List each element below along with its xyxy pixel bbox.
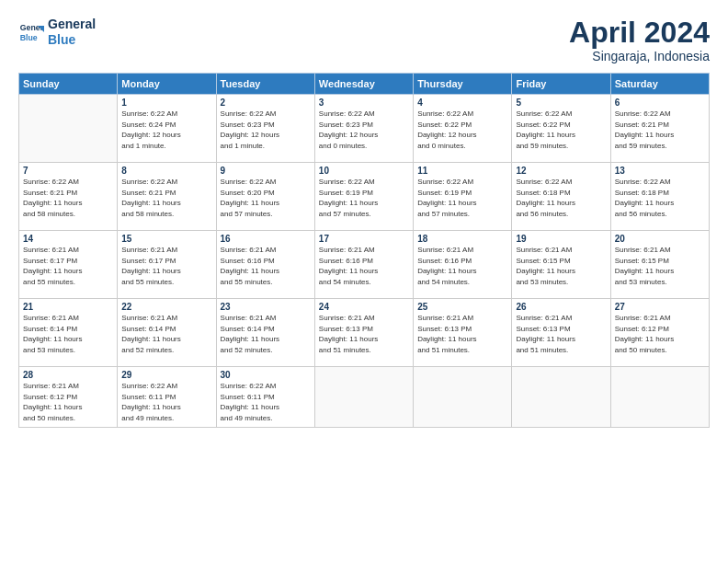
day-number: 19 [516,234,606,244]
day-number: 2 [221,98,311,108]
calendar-cell: 9Sunrise: 6:22 AM Sunset: 6:20 PM Daylig… [216,163,314,231]
day-number: 6 [615,98,705,108]
logo-text-general: General [48,17,96,32]
col-friday: Friday [512,74,610,95]
logo: General Blue General Blue [18,17,96,48]
header-row: Sunday Monday Tuesday Wednesday Thursday… [19,74,710,95]
calendar-cell: 8Sunrise: 6:22 AM Sunset: 6:21 PM Daylig… [118,163,216,231]
day-info: Sunrise: 6:21 AM Sunset: 6:15 PM Dayligh… [516,245,606,287]
day-info: Sunrise: 6:21 AM Sunset: 6:12 PM Dayligh… [615,313,705,355]
col-thursday: Thursday [414,74,512,95]
calendar-cell: 11Sunrise: 6:22 AM Sunset: 6:19 PM Dayli… [414,163,512,231]
svg-text:Blue: Blue [20,33,38,42]
subtitle: Singaraja, Indonesia [569,49,710,63]
day-info: Sunrise: 6:22 AM Sunset: 6:23 PM Dayligh… [319,109,409,151]
day-info: Sunrise: 6:22 AM Sunset: 6:22 PM Dayligh… [417,109,507,151]
col-wednesday: Wednesday [314,74,413,95]
calendar-cell: 16Sunrise: 6:21 AM Sunset: 6:16 PM Dayli… [216,231,314,299]
calendar-cell [314,367,413,427]
calendar-cell: 2Sunrise: 6:22 AM Sunset: 6:23 PM Daylig… [216,95,314,163]
day-info: Sunrise: 6:22 AM Sunset: 6:24 PM Dayligh… [121,109,211,151]
day-info: Sunrise: 6:22 AM Sunset: 6:11 PM Dayligh… [121,381,211,423]
calendar-cell [19,95,118,163]
calendar-cell [512,367,610,427]
calendar-cell [610,367,709,427]
col-monday: Monday [118,74,216,95]
calendar-cell: 21Sunrise: 6:21 AM Sunset: 6:14 PM Dayli… [19,299,118,367]
day-info: Sunrise: 6:21 AM Sunset: 6:15 PM Dayligh… [615,245,705,287]
day-info: Sunrise: 6:21 AM Sunset: 6:16 PM Dayligh… [417,245,507,287]
calendar-cell: 7Sunrise: 6:22 AM Sunset: 6:21 PM Daylig… [19,163,118,231]
month-title: April 2024 [569,17,710,49]
calendar-cell: 3Sunrise: 6:22 AM Sunset: 6:23 PM Daylig… [314,95,413,163]
day-info: Sunrise: 6:21 AM Sunset: 6:14 PM Dayligh… [121,313,211,355]
day-number: 20 [615,234,705,244]
col-saturday: Saturday [610,74,709,95]
day-number: 16 [221,234,311,244]
page: General Blue General Blue April 2024 Sin… [0,0,728,563]
calendar-cell: 6Sunrise: 6:22 AM Sunset: 6:21 PM Daylig… [610,95,709,163]
day-number: 5 [516,98,606,108]
week-row-4: 21Sunrise: 6:21 AM Sunset: 6:14 PM Dayli… [19,299,710,367]
calendar-header: Sunday Monday Tuesday Wednesday Thursday… [19,74,710,95]
calendar-cell: 23Sunrise: 6:21 AM Sunset: 6:14 PM Dayli… [216,299,314,367]
day-info: Sunrise: 6:21 AM Sunset: 6:12 PM Dayligh… [23,381,113,423]
calendar-cell: 15Sunrise: 6:21 AM Sunset: 6:17 PM Dayli… [118,231,216,299]
calendar-cell: 30Sunrise: 6:22 AM Sunset: 6:11 PM Dayli… [216,367,314,427]
day-info: Sunrise: 6:22 AM Sunset: 6:22 PM Dayligh… [516,109,606,151]
day-number: 13 [615,166,705,176]
week-row-5: 28Sunrise: 6:21 AM Sunset: 6:12 PM Dayli… [19,367,710,427]
calendar-cell: 29Sunrise: 6:22 AM Sunset: 6:11 PM Dayli… [118,367,216,427]
day-number: 26 [516,302,606,312]
day-number: 18 [417,234,507,244]
calendar-body: 1Sunrise: 6:22 AM Sunset: 6:24 PM Daylig… [19,95,710,427]
logo-text-blue: Blue [48,32,96,48]
col-tuesday: Tuesday [216,74,314,95]
day-info: Sunrise: 6:22 AM Sunset: 6:23 PM Dayligh… [221,109,311,151]
day-info: Sunrise: 6:21 AM Sunset: 6:17 PM Dayligh… [121,245,211,287]
week-row-3: 14Sunrise: 6:21 AM Sunset: 6:17 PM Dayli… [19,231,710,299]
day-number: 1 [121,98,211,108]
calendar-cell [414,367,512,427]
day-number: 23 [221,302,311,312]
day-info: Sunrise: 6:22 AM Sunset: 6:19 PM Dayligh… [319,177,409,219]
day-number: 8 [121,166,211,176]
day-info: Sunrise: 6:21 AM Sunset: 6:13 PM Dayligh… [516,313,606,355]
day-number: 7 [23,166,113,176]
day-info: Sunrise: 6:22 AM Sunset: 6:21 PM Dayligh… [23,177,113,219]
header: General Blue General Blue April 2024 Sin… [18,17,710,63]
day-number: 3 [319,98,409,108]
title-block: April 2024 Singaraja, Indonesia [569,17,710,63]
day-info: Sunrise: 6:22 AM Sunset: 6:21 PM Dayligh… [121,177,211,219]
day-number: 15 [121,234,211,244]
day-number: 10 [319,166,409,176]
day-info: Sunrise: 6:21 AM Sunset: 6:17 PM Dayligh… [23,245,113,287]
calendar-cell: 18Sunrise: 6:21 AM Sunset: 6:16 PM Dayli… [414,231,512,299]
week-row-1: 1Sunrise: 6:22 AM Sunset: 6:24 PM Daylig… [19,95,710,163]
day-info: Sunrise: 6:21 AM Sunset: 6:14 PM Dayligh… [23,313,113,355]
calendar-cell: 10Sunrise: 6:22 AM Sunset: 6:19 PM Dayli… [314,163,413,231]
day-number: 29 [121,370,211,380]
day-info: Sunrise: 6:21 AM Sunset: 6:13 PM Dayligh… [319,313,409,355]
day-info: Sunrise: 6:22 AM Sunset: 6:18 PM Dayligh… [615,177,705,219]
day-number: 24 [319,302,409,312]
day-info: Sunrise: 6:22 AM Sunset: 6:20 PM Dayligh… [221,177,311,219]
calendar-cell: 24Sunrise: 6:21 AM Sunset: 6:13 PM Dayli… [314,299,413,367]
day-info: Sunrise: 6:22 AM Sunset: 6:18 PM Dayligh… [516,177,606,219]
day-info: Sunrise: 6:22 AM Sunset: 6:21 PM Dayligh… [615,109,705,151]
day-number: 17 [319,234,409,244]
calendar-cell: 19Sunrise: 6:21 AM Sunset: 6:15 PM Dayli… [512,231,610,299]
day-number: 28 [23,370,113,380]
calendar-cell: 14Sunrise: 6:21 AM Sunset: 6:17 PM Dayli… [19,231,118,299]
calendar-cell: 22Sunrise: 6:21 AM Sunset: 6:14 PM Dayli… [118,299,216,367]
calendar-table: Sunday Monday Tuesday Wednesday Thursday… [18,73,710,427]
calendar-cell: 20Sunrise: 6:21 AM Sunset: 6:15 PM Dayli… [610,231,709,299]
day-info: Sunrise: 6:21 AM Sunset: 6:16 PM Dayligh… [319,245,409,287]
calendar-cell: 27Sunrise: 6:21 AM Sunset: 6:12 PM Dayli… [610,299,709,367]
calendar-cell: 1Sunrise: 6:22 AM Sunset: 6:24 PM Daylig… [118,95,216,163]
day-number: 14 [23,234,113,244]
calendar-cell: 12Sunrise: 6:22 AM Sunset: 6:18 PM Dayli… [512,163,610,231]
calendar-cell: 26Sunrise: 6:21 AM Sunset: 6:13 PM Dayli… [512,299,610,367]
calendar-cell: 5Sunrise: 6:22 AM Sunset: 6:22 PM Daylig… [512,95,610,163]
day-info: Sunrise: 6:21 AM Sunset: 6:14 PM Dayligh… [221,313,311,355]
